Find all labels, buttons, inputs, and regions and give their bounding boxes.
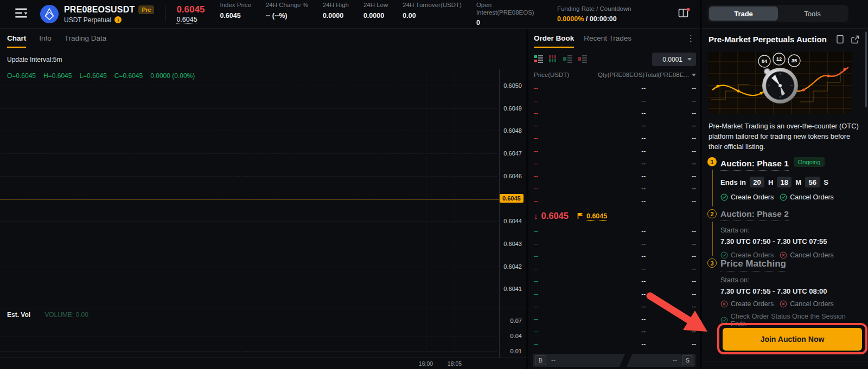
hamburger-menu-icon[interactable] xyxy=(15,8,28,20)
phase-3-number: 3 xyxy=(707,258,717,268)
time-axis-line[interactable] xyxy=(0,358,528,358)
check-circle-icon xyxy=(720,193,728,201)
ask-row[interactable]: -- -- -- xyxy=(528,107,700,119)
ohlc-readout: O=0.6045 H=0.6045 L=0.6045 C=0.6045 0.00… xyxy=(7,72,195,80)
phase-connector xyxy=(712,170,713,206)
gridline xyxy=(0,221,497,222)
est-vol-label: Est. Vol xyxy=(7,311,30,319)
last-price-row[interactable]: ↓ 0.6045 0.6045 xyxy=(528,207,700,225)
view-bids-only-icon[interactable] xyxy=(563,54,572,66)
permission-label: Create Orders xyxy=(731,251,774,259)
ask-qty: -- xyxy=(588,160,646,167)
ask-row[interactable]: -- -- -- xyxy=(528,157,700,170)
external-link-icon[interactable] xyxy=(851,35,859,44)
join-auction-button[interactable]: Join Auction Now xyxy=(723,328,862,351)
ask-total: -- xyxy=(646,160,696,167)
bids-list: -- -- -- -- -- -- -- -- xyxy=(528,225,700,351)
col-total-header[interactable]: Total(PRE08E... xyxy=(644,72,696,78)
gridline xyxy=(0,86,497,86)
permission-label: Create Orders xyxy=(731,193,774,201)
tab-trading-data[interactable]: Trading Data xyxy=(65,34,107,48)
phase-2-number: 2 xyxy=(707,209,717,218)
ask-row[interactable]: -- -- -- xyxy=(528,132,700,145)
bid-row[interactable]: -- -- -- xyxy=(528,300,700,313)
gridline xyxy=(0,336,497,336)
view-both-sides-icon[interactable] xyxy=(534,54,543,66)
precision-dropdown[interactable]: 0.0001 xyxy=(652,53,696,66)
bid-row[interactable]: -- -- -- xyxy=(528,275,700,288)
view-vertical-icon[interactable] xyxy=(548,54,558,66)
ask-price: -- xyxy=(534,97,588,105)
phase-1-title[interactable]: Auction: Phase 1 xyxy=(720,159,789,171)
auction-phase-3: 3 Price Matching Starts on: 7.30 UTC 07:… xyxy=(707,258,864,328)
ask-total: -- xyxy=(646,109,696,117)
ask-row[interactable]: -- -- -- xyxy=(528,183,700,195)
ask-row[interactable]: -- -- -- xyxy=(528,120,700,132)
tab-order-book[interactable]: Order Book xyxy=(534,34,574,48)
orderbook-panel-toggle-icon[interactable] xyxy=(678,8,690,21)
bid-row[interactable]: -- -- -- xyxy=(528,313,700,325)
ask-price: -- xyxy=(534,147,588,155)
ask-total: -- xyxy=(646,122,696,130)
ask-qty: -- xyxy=(588,172,646,180)
phase-3-title[interactable]: Price Matching xyxy=(720,258,786,271)
asks-list: -- -- -- -- -- -- -- -- xyxy=(528,82,700,208)
gridline xyxy=(0,244,497,244)
phase-3-schedule: Starts on: 7.30 UTC 07:55 - 7.30 UTC 08:… xyxy=(720,276,864,295)
bid-row[interactable]: -- -- -- xyxy=(528,288,700,300)
tab-tools[interactable]: Tools xyxy=(778,7,847,21)
symbol-name[interactable]: PRE08EOSUSDT xyxy=(64,5,135,15)
price-tick-label: 0.6044 xyxy=(503,217,522,225)
bid-row[interactable]: -- -- -- xyxy=(528,263,700,275)
stat-value: 0 xyxy=(476,19,542,27)
ask-price: -- xyxy=(534,185,588,192)
bid-qty: -- xyxy=(588,340,646,348)
price-tick-row: 0.6044 xyxy=(0,221,526,244)
phase-1-permissions: Create Orders Cancel Orders xyxy=(720,193,864,201)
col-qty-header: Qty(PRE08EOS) xyxy=(587,72,645,78)
price-block: 0.6045 0.6045 xyxy=(176,5,205,23)
price-tick-row: 0.6043 xyxy=(0,244,526,267)
stat-value: 0.0000 xyxy=(323,12,349,20)
phase-2-title[interactable]: Auction: Phase 2 xyxy=(720,209,789,221)
ask-row[interactable]: -- -- -- xyxy=(528,145,700,157)
bid-row[interactable]: -- -- -- xyxy=(528,237,700,250)
tab-chart[interactable]: Chart xyxy=(7,34,26,48)
docs-icon[interactable] xyxy=(836,35,844,44)
orderbook-mark-price[interactable]: 0.6045 xyxy=(586,212,607,220)
price-tick-row: 0.6045 xyxy=(0,198,526,221)
countdown-prefix: Ends in xyxy=(720,178,746,186)
ask-row[interactable]: -- -- -- xyxy=(528,94,700,107)
price-tick-label: 0.6049 xyxy=(503,105,522,112)
mark-price[interactable]: 0.6045 xyxy=(176,16,205,23)
tab-recent-trades[interactable]: Recent Trades xyxy=(584,34,631,48)
bid-price: -- xyxy=(534,228,588,235)
buy-sell-ratio-bar: B -- -- S xyxy=(533,354,695,367)
ask-row[interactable]: -- -- -- xyxy=(528,195,700,208)
ask-qty: -- xyxy=(588,147,646,155)
bid-row[interactable]: -- -- -- xyxy=(528,225,700,237)
volume-tick-row: 0.04 xyxy=(0,336,526,351)
bid-row[interactable]: -- -- -- xyxy=(528,250,700,262)
gridline xyxy=(0,176,497,177)
auction-phase-1: 1 Auction: Phase 1Ongoing Ends in 20 H 1… xyxy=(707,157,864,201)
tab-info[interactable]: Info xyxy=(39,34,52,48)
info-icon[interactable]: i xyxy=(114,16,122,23)
volume-value: VOLUME: 0.00 xyxy=(44,311,88,319)
view-asks-only-icon[interactable] xyxy=(578,54,587,66)
banner-badge-hours: 04 xyxy=(762,59,767,64)
ask-row[interactable]: -- -- -- xyxy=(528,170,700,182)
price-axis-line[interactable] xyxy=(499,69,500,358)
bid-row[interactable]: -- -- -- xyxy=(528,326,700,338)
bid-row[interactable]: -- -- -- xyxy=(528,338,700,351)
more-options-icon[interactable]: ⋮ xyxy=(687,34,695,42)
ask-row[interactable]: -- -- -- xyxy=(528,82,700,94)
ask-qty: -- xyxy=(588,97,646,105)
funding-separator: / xyxy=(586,15,588,23)
scrollbar-thumb[interactable] xyxy=(865,31,867,107)
ask-qty: -- xyxy=(588,85,646,92)
buy-badge: B xyxy=(535,355,546,365)
time-tick-label: 18:05 xyxy=(443,360,467,367)
funding-rate: 0.0000% xyxy=(557,15,584,23)
tab-trade[interactable]: Trade xyxy=(709,7,778,21)
